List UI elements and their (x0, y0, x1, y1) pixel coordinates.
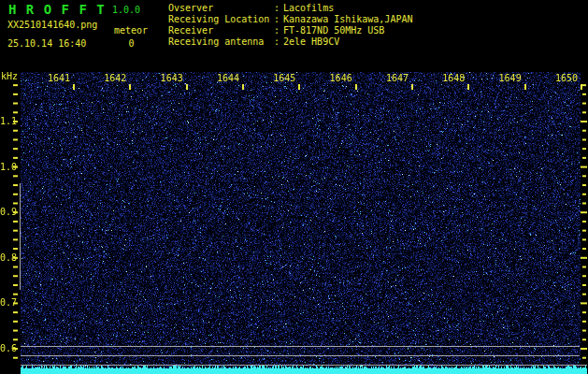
frequency-tick-label: 1.1 (0, 116, 12, 127)
app-version: 1.0.0 (112, 5, 140, 15)
meteor-count-label: meteor (114, 25, 148, 36)
info-value: FT-817ND 50MHz USB (283, 25, 384, 36)
observation-datetime: 25.10.14 16:40 (7, 38, 86, 50)
frequency-axis-unit: kHz (1, 71, 18, 82)
time-tick-label: 1641 (44, 73, 74, 84)
spectrogram-canvas (0, 72, 588, 374)
time-tick-label: 1647 (382, 73, 412, 84)
info-label: Receiving antenna (168, 36, 274, 48)
frequency-tick-label: 0.6 (0, 343, 12, 354)
station-info-block: Ovserver:LacofilmsReceiving Location:Kan… (168, 3, 412, 48)
meteor-count-value: 0 (114, 38, 149, 50)
frequency-tick-label: 0.7 (0, 297, 12, 309)
info-colon: : (274, 25, 283, 36)
info-label: Ovserver (168, 3, 274, 14)
frequency-tick-label: 0.8 (0, 252, 12, 264)
time-tick-label: 1649 (495, 73, 525, 84)
info-value: Kanazawa Ishikawa,JAPAN (283, 14, 412, 24)
info-label: Receiver (168, 25, 274, 36)
hrofft-window: H R O F F T 1.0.0 XX2510141640.png meteo… (0, 0, 588, 374)
time-tick-label: 1645 (269, 73, 299, 84)
frequency-tick-label: 1.0 (0, 162, 12, 173)
time-tick-label: 1650 (552, 73, 581, 84)
info-label: Receiving Location (168, 14, 274, 25)
frequency-tick-label: 0.9 (0, 207, 12, 218)
info-value: Lacofilms (283, 3, 334, 13)
app-title: H R O F F T (8, 2, 106, 17)
time-tick-label: 1643 (157, 73, 187, 84)
time-tick-label: 1642 (100, 73, 130, 84)
time-tick-label: 1644 (213, 73, 243, 84)
time-tick-label: 1646 (326, 73, 356, 84)
info-colon: : (274, 14, 283, 25)
output-filename: XX2510141640.png (7, 20, 97, 31)
info-colon: : (274, 3, 283, 14)
station-info-row: Ovserver:Lacofilms (168, 3, 412, 14)
station-info-row: Receiver:FT-817ND 50MHz USB (168, 25, 412, 36)
station-info-row: Receiving Location:Kanazawa Ishikawa,JAP… (168, 14, 412, 25)
info-value: 2ele HB9CV (283, 36, 339, 47)
info-colon: : (274, 36, 283, 48)
station-info-row: Receiving antenna:2ele HB9CV (168, 36, 412, 48)
time-tick-label: 1648 (438, 73, 468, 84)
